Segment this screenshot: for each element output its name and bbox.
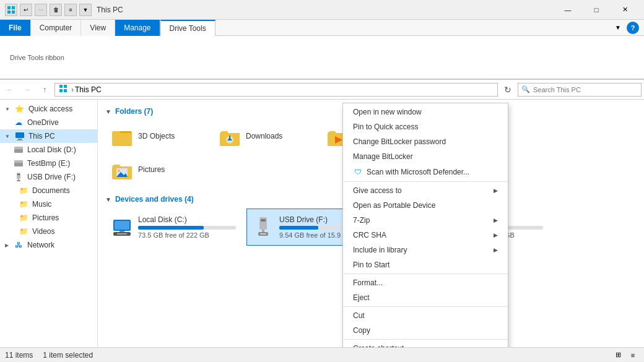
sidebar-label-documents: Documents bbox=[32, 186, 70, 195]
minimize-button[interactable]: — bbox=[554, 0, 582, 20]
svg-rect-7 bbox=[64, 89, 67, 92]
sidebar-item-documents[interactable]: 📁 Documents bbox=[0, 184, 97, 197]
close-button[interactable]: ✕ bbox=[611, 0, 639, 20]
ribbon: File Computer View Manage Drive Tools ▼ … bbox=[0, 20, 644, 80]
svg-rect-9 bbox=[18, 139, 22, 140]
cm-create-shortcut[interactable]: Create shortcut bbox=[343, 341, 508, 347]
testbmp-e-icon bbox=[14, 158, 24, 168]
window-title: This PC bbox=[97, 6, 123, 14]
path-thispc[interactable]: This PC bbox=[75, 85, 102, 94]
redo-icon[interactable]: ↪ bbox=[35, 4, 47, 16]
refresh-button[interactable]: ↻ bbox=[500, 82, 515, 97]
cm-change-bitlocker[interactable]: Change BitLocker password bbox=[343, 134, 508, 149]
folders-title: Folders (7) bbox=[115, 107, 153, 116]
svg-rect-12 bbox=[14, 147, 23, 149]
cm-format[interactable]: Format... bbox=[343, 275, 508, 290]
drive-item-local-disk-c[interactable]: Local Disk (C:) 73.5 GB free of 222 GB bbox=[105, 209, 242, 246]
svg-rect-18 bbox=[17, 180, 20, 181]
svg-rect-0 bbox=[7, 6, 11, 9]
expand-icon-network: ▶ bbox=[5, 243, 9, 248]
svg-rect-15 bbox=[17, 173, 20, 179]
drive-name-c: Local Disk (C:) bbox=[138, 215, 236, 224]
drive-bar-fill-c bbox=[138, 226, 204, 230]
svg-rect-22 bbox=[229, 136, 230, 140]
svg-rect-16 bbox=[17, 174, 20, 175]
svg-point-28 bbox=[118, 170, 120, 172]
title-bar: ↩ ↪ 🗑 ≡ ▼ This PC — □ ✕ bbox=[0, 0, 644, 20]
help-button[interactable]: ? bbox=[627, 22, 639, 34]
status-items: 11 items bbox=[5, 351, 33, 360]
network-icon: 🖧 bbox=[14, 240, 24, 250]
cm-eject[interactable]: Eject bbox=[343, 290, 508, 305]
pictures-icon: 📁 bbox=[19, 213, 28, 223]
search-box-wrap: 🔍 bbox=[518, 83, 642, 97]
cm-separator-2 bbox=[343, 274, 508, 274]
cm-pin-quick-access[interactable]: Pin to Quick access bbox=[343, 119, 508, 134]
sidebar-item-onedrive[interactable]: ☁ OneDrive bbox=[0, 116, 97, 129]
sidebar-item-testbmp-e[interactable]: TestBmp (E:) bbox=[0, 157, 97, 170]
cm-crc-sha[interactable]: CRC SHA bbox=[343, 228, 508, 243]
main-area: ▼ ⭐ Quick access ☁ OneDrive ▼ This PC Lo… bbox=[0, 100, 644, 347]
svg-rect-8 bbox=[15, 132, 24, 138]
cm-include-library[interactable]: Include in library bbox=[343, 243, 508, 257]
undo-icon[interactable]: ↩ bbox=[20, 4, 32, 16]
sidebar-item-this-pc[interactable]: ▼ This PC bbox=[0, 129, 97, 143]
cm-open-new-window[interactable]: Open in new window bbox=[343, 105, 508, 119]
cm-copy[interactable]: Copy bbox=[343, 323, 508, 338]
drive-icon-f bbox=[252, 216, 274, 238]
svg-rect-4 bbox=[59, 85, 63, 88]
cm-open-portable[interactable]: Open as Portable Device bbox=[343, 198, 508, 213]
folders-arrow[interactable]: ▼ bbox=[105, 108, 111, 115]
sidebar-item-quick-access[interactable]: ▼ ⭐ Quick access bbox=[0, 102, 97, 116]
back-button[interactable]: ← bbox=[2, 82, 17, 97]
folder-name-downloads: Downloads bbox=[246, 132, 282, 140]
svg-rect-5 bbox=[64, 85, 67, 88]
sidebar-item-music[interactable]: 📁 Music bbox=[0, 197, 97, 211]
sidebar-item-usb-drive-f[interactable]: USB Drive (F:) bbox=[0, 170, 97, 184]
ribbon-tabs: File Computer View Manage Drive Tools ▼ … bbox=[0, 20, 644, 36]
cm-pin-start[interactable]: Pin to Start bbox=[343, 257, 508, 272]
cm-7zip[interactable]: 7-Zip bbox=[343, 213, 508, 228]
svg-rect-33 bbox=[120, 231, 124, 232]
view-details-button[interactable]: ⊞ bbox=[612, 349, 624, 361]
tab-file[interactable]: File bbox=[0, 20, 31, 36]
maximize-button[interactable]: □ bbox=[582, 0, 611, 20]
title-bar-controls: — □ ✕ bbox=[554, 0, 639, 20]
drives-arrow[interactable]: ▼ bbox=[105, 196, 111, 203]
app-icon bbox=[5, 4, 17, 16]
cm-manage-bitlocker[interactable]: Manage BitLocker bbox=[343, 149, 508, 164]
tab-drive-tools[interactable]: Drive Tools bbox=[160, 20, 215, 37]
search-input[interactable] bbox=[518, 83, 642, 97]
ribbon-commands: Drive Tools ribbon bbox=[0, 36, 644, 79]
options-arrow[interactable]: ▼ bbox=[612, 22, 624, 34]
properties-icon[interactable]: ≡ bbox=[64, 4, 77, 16]
svg-rect-39 bbox=[260, 233, 266, 235]
svg-rect-10 bbox=[17, 140, 23, 140]
delete-icon[interactable]: 🗑 bbox=[50, 4, 62, 16]
cm-give-access[interactable]: Give access to bbox=[343, 183, 508, 198]
cm-scan-defender[interactable]: 🛡 Scan with Microsoft Defender... bbox=[343, 164, 508, 180]
search-icon: 🔍 bbox=[521, 85, 530, 93]
cm-cut[interactable]: Cut bbox=[343, 308, 508, 323]
music-icon: 📁 bbox=[19, 199, 28, 209]
address-path[interactable]: › This PC bbox=[54, 83, 498, 97]
tab-computer[interactable]: Computer bbox=[31, 20, 82, 36]
folder-icon-downloads bbox=[219, 125, 241, 147]
address-bar: ← → ↑ › This PC ↻ 🔍 bbox=[0, 80, 644, 100]
sidebar-item-network[interactable]: ▶ 🖧 Network bbox=[0, 238, 97, 252]
cm-separator-4 bbox=[343, 339, 508, 340]
up-button[interactable]: ↑ bbox=[37, 82, 52, 97]
svg-rect-36 bbox=[261, 219, 266, 222]
forward-button[interactable]: → bbox=[20, 82, 35, 97]
folder-icon-pictures bbox=[111, 158, 133, 181]
folder-item-3d-objects[interactable]: 3D Objects bbox=[105, 121, 211, 152]
sidebar-item-local-disk-d[interactable]: Local Disk (D:) bbox=[0, 143, 97, 157]
sidebar-item-videos[interactable]: 📁 Videos bbox=[0, 225, 97, 238]
tab-view[interactable]: View bbox=[81, 20, 115, 36]
view-list-button[interactable]: ≡ bbox=[627, 349, 639, 361]
folder-item-pictures[interactable]: Pictures bbox=[105, 154, 211, 185]
tab-manage[interactable]: Manage bbox=[115, 20, 160, 36]
sidebar-item-pictures[interactable]: 📁 Pictures bbox=[0, 211, 97, 225]
folder-item-downloads[interactable]: Downloads bbox=[213, 121, 318, 152]
expand-icon[interactable]: ▼ bbox=[79, 4, 92, 16]
